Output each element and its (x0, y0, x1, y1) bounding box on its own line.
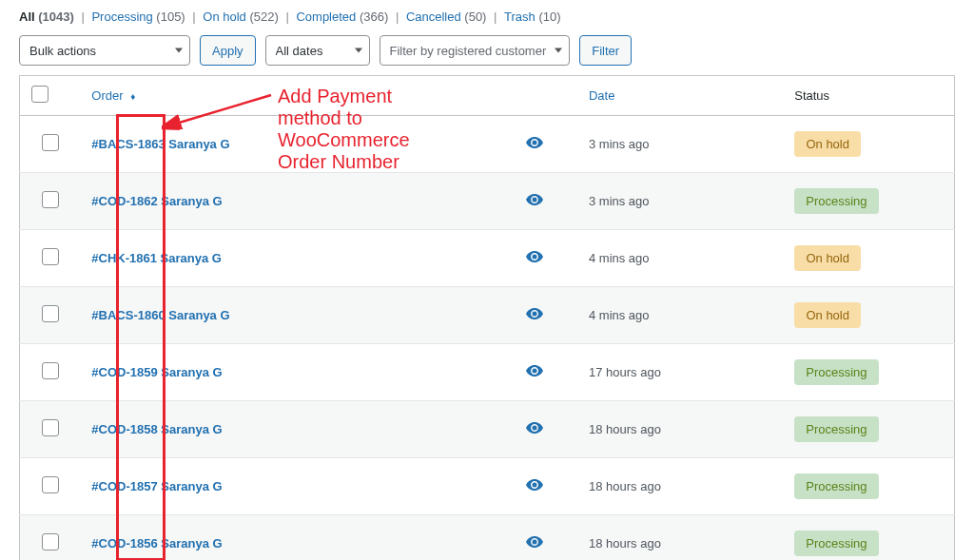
sort-icon: ♦ (130, 92, 135, 102)
orders-table: Order ♦ Date Status #BACS-1863 Saranya G… (19, 75, 955, 560)
order-date: 18 hours ago (577, 401, 783, 458)
order-link[interactable]: #COD-1856 Saranya G (91, 536, 222, 550)
filter-tab-count: (10) (538, 10, 560, 24)
table-row[interactable]: #COD-1858 Saranya G18 hours agoProcessin… (20, 401, 955, 458)
filter-tab-count: (522) (249, 10, 278, 24)
preview-eye-icon[interactable] (526, 365, 543, 379)
order-date: 17 hours ago (577, 344, 783, 401)
preview-column-header (492, 76, 577, 116)
order-link[interactable]: #BACS-1860 Saranya G (91, 308, 229, 322)
order-date: 3 mins ago (577, 173, 783, 230)
status-badge[interactable]: Processing (794, 188, 878, 214)
order-link[interactable]: #CHK-1861 Saranya G (91, 251, 222, 265)
row-checkbox[interactable] (42, 191, 59, 208)
preview-eye-icon[interactable] (526, 194, 543, 208)
date-filter-select[interactable]: All dates (265, 35, 370, 66)
select-all-checkbox[interactable] (31, 86, 49, 103)
filter-tab-count: (50) (464, 10, 486, 24)
table-row[interactable]: #COD-1862 Saranya G3 mins agoProcessing (20, 173, 955, 230)
row-checkbox[interactable] (42, 305, 59, 322)
order-link[interactable]: #COD-1862 Saranya G (91, 194, 222, 208)
filter-tab-trash[interactable]: Trash (10) (504, 10, 560, 24)
row-checkbox[interactable] (42, 134, 59, 151)
order-date: 18 hours ago (577, 458, 783, 515)
orders-toolbar: Bulk actions Apply All dates Filter by r… (19, 35, 955, 66)
select-all-header (20, 76, 81, 116)
preview-eye-icon[interactable] (526, 422, 543, 436)
status-badge[interactable]: Processing (794, 531, 878, 556)
order-date: 4 mins ago (577, 287, 783, 344)
status-badge[interactable]: On hold (794, 131, 861, 157)
bulk-actions-select[interactable]: Bulk actions (19, 35, 190, 66)
status-badge[interactable]: Processing (794, 359, 878, 385)
filter-tab-on-hold[interactable]: On hold (522) (203, 10, 279, 24)
row-checkbox[interactable] (42, 419, 59, 436)
status-column-header[interactable]: Status (783, 76, 954, 116)
table-row[interactable]: #CHK-1861 Saranya G4 mins agoOn hold (20, 230, 955, 287)
filter-button[interactable]: Filter (579, 35, 632, 66)
table-row[interactable]: #COD-1856 Saranya G18 hours agoProcessin… (20, 515, 955, 561)
filter-tab-count: (105) (156, 10, 185, 24)
preview-eye-icon[interactable] (526, 137, 543, 151)
row-checkbox[interactable] (42, 248, 59, 265)
table-row[interactable]: #COD-1857 Saranya G18 hours agoProcessin… (20, 458, 955, 515)
order-link[interactable]: #BACS-1863 Saranya G (91, 137, 229, 151)
table-row[interactable]: #COD-1859 Saranya G17 hours agoProcessin… (20, 344, 955, 401)
status-badge[interactable]: On hold (794, 302, 861, 328)
row-checkbox[interactable] (42, 533, 59, 550)
status-filter-tabs: All (1043) | Processing (105) | On hold … (19, 10, 955, 24)
filter-tab-count: (1043) (38, 10, 74, 24)
apply-button[interactable]: Apply (200, 35, 256, 66)
order-link[interactable]: #COD-1858 Saranya G (91, 422, 222, 436)
filter-tab-processing[interactable]: Processing (105) (91, 10, 185, 24)
filter-tab-count: (366) (360, 10, 388, 24)
status-badge[interactable]: Processing (794, 473, 878, 499)
status-badge[interactable]: Processing (794, 416, 878, 442)
order-link[interactable]: #COD-1857 Saranya G (91, 479, 222, 493)
customer-filter-select[interactable]: Filter by registered customer (380, 35, 571, 66)
status-badge[interactable]: On hold (794, 245, 861, 271)
preview-eye-icon[interactable] (526, 536, 543, 550)
preview-eye-icon[interactable] (526, 308, 543, 322)
filter-tab-cancelled[interactable]: Cancelled (50) (406, 10, 487, 24)
table-row[interactable]: #BACS-1863 Saranya G3 mins agoOn hold (20, 116, 955, 173)
row-checkbox[interactable] (42, 476, 59, 493)
order-date: 4 mins ago (577, 230, 783, 287)
preview-eye-icon[interactable] (526, 479, 543, 493)
date-column-header[interactable]: Date (577, 76, 783, 116)
filter-tab-all[interactable]: All (1043) (19, 10, 74, 24)
row-checkbox[interactable] (42, 362, 59, 379)
filter-tab-completed[interactable]: Completed (366) (296, 10, 388, 24)
order-link[interactable]: #COD-1859 Saranya G (91, 365, 222, 379)
table-row[interactable]: #BACS-1860 Saranya G4 mins agoOn hold (20, 287, 955, 344)
order-date: 3 mins ago (577, 116, 783, 173)
order-column-header[interactable]: Order ♦ (80, 76, 492, 116)
order-date: 18 hours ago (577, 515, 783, 561)
preview-eye-icon[interactable] (526, 251, 543, 265)
